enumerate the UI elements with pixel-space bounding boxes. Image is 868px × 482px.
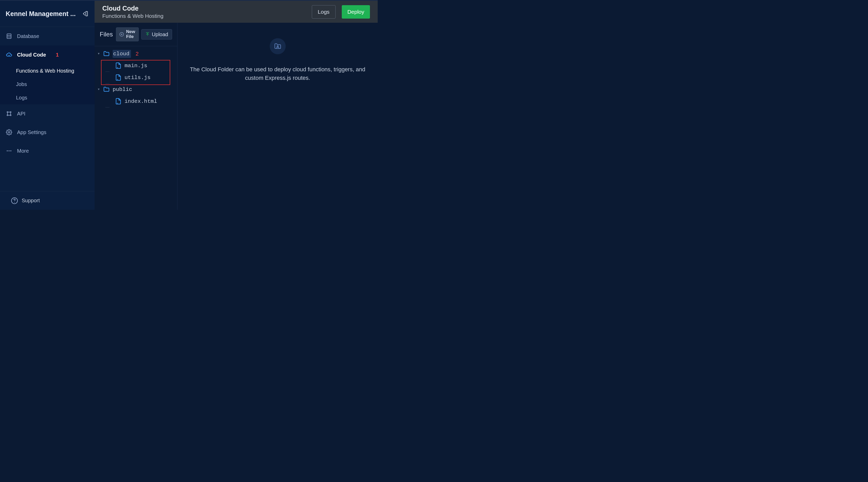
sidebar-item-database[interactable]: Database	[0, 27, 95, 45]
svg-point-6	[10, 111, 11, 113]
plus-circle-icon	[119, 32, 124, 37]
svg-rect-0	[86, 11, 88, 16]
api-icon	[6, 110, 12, 117]
button-label: Deploy	[347, 9, 364, 15]
sidebar-item-api[interactable]: API	[0, 104, 95, 123]
header-bar: Cloud Code Functions & Web Hosting Logs …	[95, 1, 378, 23]
folder-label: cloud	[113, 50, 131, 58]
sidebar-item-label: Cloud Code	[17, 52, 46, 58]
svg-point-12	[10, 150, 11, 151]
page-subtitle: Functions & Web Hosting	[102, 13, 307, 19]
help-icon	[11, 197, 18, 204]
cloud-code-icon	[6, 52, 12, 58]
page-title: Cloud Code	[102, 4, 307, 12]
collapse-sidebar-button[interactable]	[82, 10, 89, 17]
folder-label: public	[113, 87, 132, 93]
svg-point-5	[7, 111, 8, 113]
files-toolbar: Files New File	[95, 23, 177, 46]
sidebar-item-label: App Settings	[17, 129, 46, 135]
file-utils-js[interactable]: utils.js	[97, 71, 177, 84]
sidebar-support[interactable]: Support	[0, 191, 95, 210]
subnav-functions-webhosting[interactable]: Functions & Web Hosting	[0, 64, 95, 77]
file-icon	[115, 62, 122, 69]
collapse-icon	[82, 10, 89, 17]
folder-public[interactable]: ▼ public	[97, 84, 177, 95]
sidebar-nav: Database Cloud Code 1 Functions & Web Ho…	[0, 27, 95, 191]
svg-point-8	[10, 115, 11, 116]
sidebar-subnav: Functions & Web Hosting Jobs Logs	[0, 64, 95, 104]
sidebar-item-label: Database	[17, 33, 39, 39]
svg-point-14	[14, 202, 15, 202]
file-icon	[115, 74, 122, 81]
file-icon	[115, 98, 122, 105]
caret-down-icon: ▼	[97, 88, 100, 91]
sidebar-item-more[interactable]: More	[0, 141, 95, 160]
folder-cloud[interactable]: ▼ cloud 2	[97, 48, 177, 60]
gear-icon	[6, 129, 12, 136]
file-label: utils.js	[125, 75, 151, 81]
svg-rect-1	[7, 34, 11, 38]
folder-icon	[103, 86, 110, 93]
empty-state-text: The Cloud Folder can be used to deploy c…	[185, 65, 371, 82]
folder-badge: 2	[135, 51, 139, 57]
upload-icon	[145, 32, 150, 37]
subnav-jobs[interactable]: Jobs	[0, 77, 95, 91]
deploy-button[interactable]: Deploy	[342, 5, 370, 19]
new-file-button[interactable]: New File	[116, 27, 139, 41]
details-panel: The Cloud Folder can be used to deploy c…	[178, 23, 378, 210]
caret-down-icon: ▼	[97, 52, 100, 55]
file-index-html[interactable]: index.html	[97, 95, 177, 107]
svg-point-19	[277, 46, 278, 47]
sidebar-item-app-settings[interactable]: App Settings	[0, 123, 95, 141]
app-title: Kennel Management ...	[6, 10, 76, 18]
file-main-js[interactable]: main.js	[97, 60, 177, 71]
subnav-label: Jobs	[16, 82, 27, 87]
svg-point-11	[8, 150, 9, 151]
sidebar: Kennel Management ... Database	[0, 1, 95, 210]
file-label: index.html	[125, 98, 157, 104]
subnav-logs[interactable]: Logs	[0, 91, 95, 104]
file-label: main.js	[125, 63, 147, 69]
main: Cloud Code Functions & Web Hosting Logs …	[95, 1, 378, 210]
sidebar-item-label: More	[17, 148, 29, 154]
sidebar-item-cloud-code[interactable]: Cloud Code 1	[0, 45, 95, 64]
svg-point-10	[7, 150, 8, 151]
svg-point-9	[8, 131, 10, 133]
button-label: Upload	[152, 32, 168, 37]
svg-point-7	[7, 115, 8, 116]
empty-state-icon-circle	[270, 38, 286, 54]
button-label: New File	[126, 29, 135, 39]
button-label: Logs	[318, 9, 330, 15]
sidebar-badge: 1	[56, 52, 59, 58]
files-panel: Files New File	[95, 23, 178, 210]
upload-button[interactable]: Upload	[141, 29, 172, 39]
file-tree: ▼ cloud 2	[95, 46, 177, 210]
sidebar-support-label: Support	[22, 198, 40, 203]
header-actions: Logs Deploy	[312, 5, 370, 19]
header-left: Cloud Code Functions & Web Hosting	[102, 4, 307, 19]
more-icon	[6, 148, 12, 154]
files-tab-label: Files	[100, 31, 113, 38]
logs-button[interactable]: Logs	[312, 5, 336, 19]
sidebar-item-label: API	[17, 111, 25, 117]
database-icon	[6, 33, 12, 39]
folder-person-icon	[274, 42, 282, 50]
folder-icon	[103, 51, 110, 57]
svg-point-4	[8, 55, 9, 56]
content-row: Files New File	[95, 23, 378, 210]
subnav-label: Functions & Web Hosting	[16, 68, 74, 74]
subnav-label: Logs	[16, 95, 27, 101]
sidebar-header: Kennel Management ...	[0, 1, 95, 27]
